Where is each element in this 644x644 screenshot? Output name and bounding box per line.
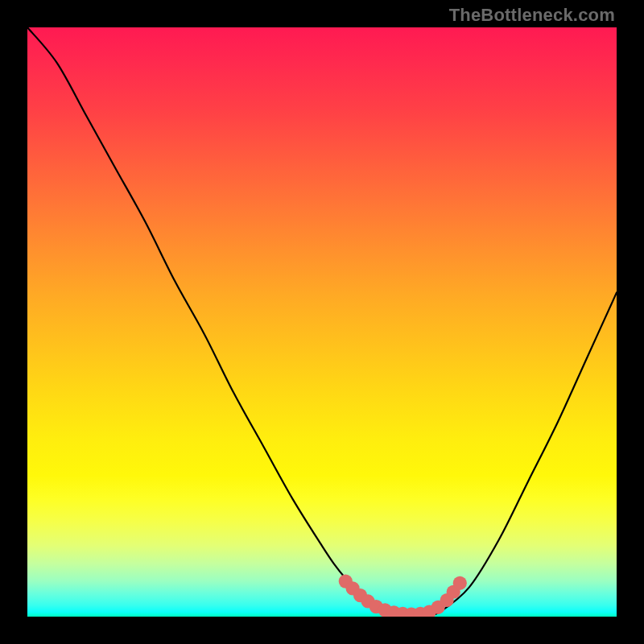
attribution-label: TheBottleneck.com	[449, 5, 615, 26]
chart-svg	[27, 27, 617, 617]
optimal-zone-markers	[339, 574, 467, 617]
marker-dot	[453, 576, 467, 590]
chart-frame	[27, 27, 617, 617]
bottleneck-curve	[27, 27, 617, 615]
